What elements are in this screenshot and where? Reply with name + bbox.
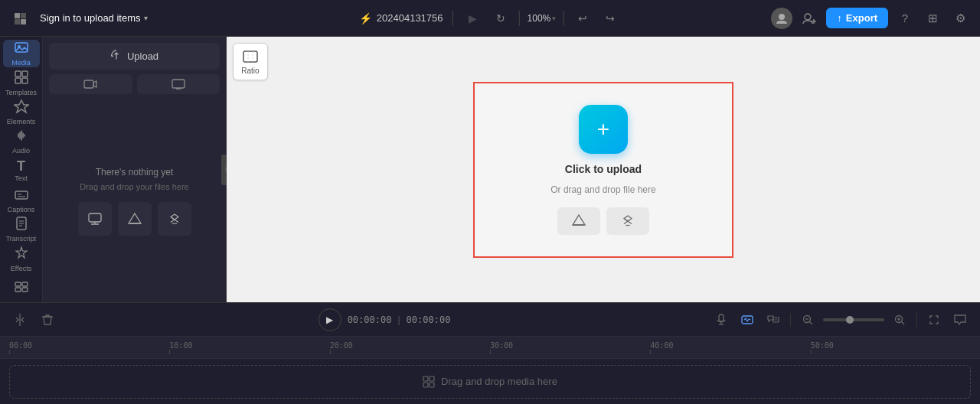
settings-button[interactable]: ⚙ <box>949 8 971 29</box>
upload-drop-zone[interactable]: + Click to upload Or drag and drop file … <box>532 86 674 253</box>
sidebar-item-more[interactable] <box>3 275 40 302</box>
svg-rect-9 <box>22 78 28 83</box>
captions-icon <box>14 187 29 204</box>
svg-rect-17 <box>172 80 185 88</box>
zoom-control[interactable]: 100% ▾ <box>528 13 557 24</box>
canvas-dropbox-button[interactable] <box>606 207 649 235</box>
sidebar-item-media[interactable]: Media <box>3 40 40 67</box>
effects-label: Effects <box>11 265 31 273</box>
canvas-drive-button[interactable] <box>557 207 600 235</box>
export-button[interactable]: ↑ Export <box>826 8 888 28</box>
timeline-controls: ▶ 00:00:00 | 00:00:00 <box>0 303 980 337</box>
effects-icon <box>14 246 29 263</box>
comments-button[interactable] <box>949 309 971 331</box>
timeline-right-controls <box>710 309 971 331</box>
svg-rect-13 <box>22 282 28 286</box>
timeline-track: Drag and drop media here <box>0 358 980 404</box>
zoom-in-button[interactable] <box>889 309 910 331</box>
text-label: Text <box>15 174 28 183</box>
timeline-drop-zone[interactable]: Drag and drop media here <box>9 365 971 399</box>
ratio-icon <box>242 48 259 65</box>
svg-rect-8 <box>15 78 21 83</box>
elements-icon <box>14 99 29 116</box>
svg-rect-6 <box>15 71 21 77</box>
svg-rect-33 <box>423 376 428 381</box>
sidebar-item-transcript[interactable]: Transcript <box>3 216 40 243</box>
mic-button[interactable] <box>710 309 732 331</box>
canvas-frame: + Click to upload Or drag and drop file … <box>473 82 733 258</box>
svg-point-1 <box>805 14 811 20</box>
ruler-mark-1: 10:00 <box>169 341 329 354</box>
panel-empty-state: There's nothing yet Drag and drop your f… <box>43 100 226 302</box>
media-type-row <box>49 74 220 94</box>
upload-source-buttons <box>557 207 649 235</box>
ruler-mark-2: 20:00 <box>330 341 490 354</box>
sidebar: Media Templates Elements <box>0 37 43 302</box>
layout-button[interactable]: ⊞ <box>922 8 943 29</box>
redo-button[interactable]: ↪ <box>599 8 621 29</box>
svg-line-27 <box>810 321 813 324</box>
media-icon <box>14 40 29 57</box>
screen-type-button[interactable] <box>137 74 220 94</box>
timeline-play-button[interactable]: ▶ <box>318 308 341 331</box>
split-button[interactable] <box>9 309 31 331</box>
caption-track-button[interactable] <box>763 309 784 331</box>
help-button[interactable]: ? <box>894 8 916 29</box>
transcript-icon <box>14 216 29 233</box>
avatar <box>771 8 792 29</box>
upload-main-text: Click to upload <box>565 163 642 175</box>
logo-icon <box>9 8 31 29</box>
sidebar-item-effects[interactable]: Effects <box>3 245 40 272</box>
ruler-marks: 00:00 10:00 20:00 30:00 40:00 50:00 <box>9 341 971 354</box>
rotate-button[interactable]: ↻ <box>490 8 511 29</box>
sidebar-item-text[interactable]: T Text <box>3 157 40 184</box>
media-panel: Upload There's nothing yet <box>43 37 227 302</box>
title-dropdown-arrow: ▾ <box>144 14 148 22</box>
zoom-out-button[interactable] <box>797 309 818 331</box>
sidebar-item-captions[interactable]: Captions <box>3 187 40 214</box>
video-type-button[interactable] <box>49 74 132 94</box>
svg-point-0 <box>779 14 785 20</box>
ratio-button[interactable]: Ratio <box>233 43 268 80</box>
svg-rect-15 <box>22 288 28 292</box>
user-add-button[interactable] <box>799 8 820 29</box>
upload-add-button[interactable]: + <box>579 105 628 154</box>
upload-button[interactable]: Upload <box>49 43 220 70</box>
drive-upload-button[interactable] <box>118 202 152 236</box>
svg-rect-14 <box>15 288 21 292</box>
main-content: Media Templates Elements <box>0 37 980 302</box>
zoom-slider[interactable] <box>823 318 884 321</box>
svg-rect-35 <box>423 383 428 387</box>
current-time: 00:00:00 <box>348 314 392 325</box>
svg-rect-34 <box>430 376 434 381</box>
audio-track-button[interactable] <box>737 309 758 331</box>
computer-upload-button[interactable] <box>78 202 112 236</box>
svg-rect-16 <box>84 80 93 88</box>
sidebar-item-audio[interactable]: Audio <box>3 128 40 155</box>
play-button[interactable]: ▶ <box>462 8 484 29</box>
svg-rect-4 <box>15 43 28 52</box>
timeline-ruler: 00:00 10:00 20:00 30:00 40:00 50:00 <box>0 337 980 358</box>
elements-label: Elements <box>7 118 36 126</box>
upload-sub-text: Or drag and drop file here <box>550 184 655 195</box>
svg-rect-22 <box>719 314 724 321</box>
topbar-center-controls: ⚡ 202404131756 ▶ ↻ 100% ▾ ↩ ↪ <box>359 8 621 29</box>
lightning-icon: ⚡ <box>359 12 372 24</box>
svg-rect-25 <box>742 316 753 324</box>
templates-icon <box>14 70 29 87</box>
canvas-area: Ratio + Click to upload Or drag and drop… <box>227 37 980 302</box>
dropbox-upload-button[interactable] <box>158 202 191 236</box>
total-time: 00:00:00 <box>407 314 451 325</box>
sidebar-item-templates[interactable]: Templates <box>3 69 40 96</box>
svg-rect-12 <box>15 282 21 286</box>
undo-button[interactable]: ↩ <box>572 8 593 29</box>
audio-icon <box>14 128 29 145</box>
project-title[interactable]: Sign in to upload items ▾ <box>40 12 148 24</box>
delete-timeline-button[interactable] <box>37 309 58 331</box>
text-icon: T <box>17 159 25 173</box>
media-label: Media <box>11 59 31 67</box>
sidebar-item-elements[interactable]: Elements <box>3 99 40 126</box>
drop-zone-label: Drag and drop media here <box>441 376 557 387</box>
grid-icon <box>423 376 435 388</box>
fullscreen-button[interactable] <box>923 309 945 331</box>
